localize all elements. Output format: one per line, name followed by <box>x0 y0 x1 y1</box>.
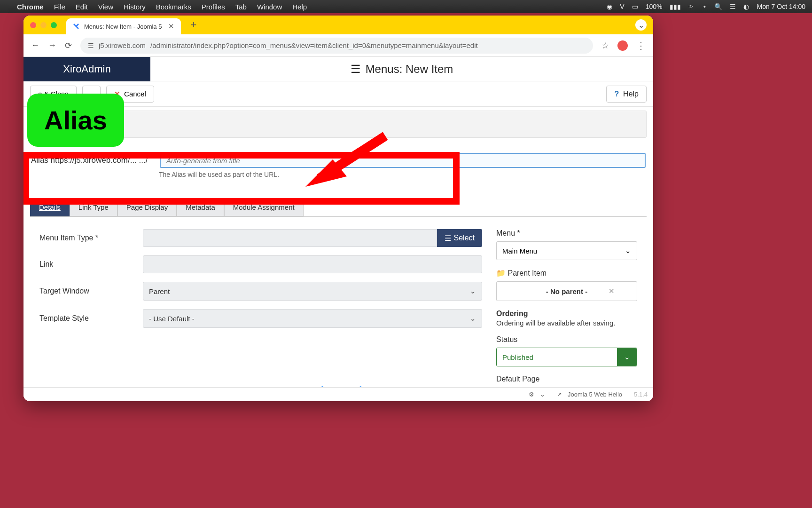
tab-close-icon[interactable]: ✕ <box>168 22 174 31</box>
reload-button[interactable]: ⟳ <box>65 40 72 51</box>
parent-item-label: 📁 Parent Item <box>496 269 637 278</box>
help-button[interactable]: ? Help <box>606 86 647 103</box>
battery-text: 100% <box>646 3 663 10</box>
tab-bar: Menus: New Item - Joomla 5 ✕ + ⌄ <box>23 16 653 34</box>
favicon-icon <box>73 23 80 30</box>
url-host: j5.xiroweb.com <box>99 41 146 49</box>
menu-select[interactable]: Main Menu⌄ <box>496 241 637 260</box>
clock[interactable]: Mon 7 Oct 14:00 <box>757 3 805 10</box>
menu-bookmarks[interactable]: Bookmarks <box>156 3 191 11</box>
folder-icon: 📁 <box>496 269 506 277</box>
window-minimize[interactable] <box>40 22 47 28</box>
chevron-down-icon[interactable]: ⌄ <box>540 391 545 398</box>
bt-icon[interactable]: ⋆ <box>703 3 707 10</box>
chrome-window: Menus: New Item - Joomla 5 ✕ + ⌄ ← → ⟳ ☰… <box>23 16 653 401</box>
default-page-label: Default Page <box>496 375 637 383</box>
macos-menubar: Chrome File Edit View History Bookmarks … <box>0 0 812 13</box>
menu-view[interactable]: View <box>98 3 113 11</box>
menu-history[interactable]: History <box>124 3 146 11</box>
control-center-icon[interactable]: ☰ <box>730 3 736 10</box>
list-icon: ☰ <box>445 234 451 243</box>
version-badge: 5.1.4 <box>634 391 648 398</box>
chevron-down-icon: ⌄ <box>625 246 631 255</box>
battery-icon: ▮▮▮ <box>670 3 681 10</box>
tab-title: Menus: New Item - Joomla 5 <box>84 23 162 30</box>
menu-profiles[interactable]: Profiles <box>202 3 225 11</box>
target-window-label: Target Window <box>39 287 143 295</box>
link-label: Link <box>39 260 143 269</box>
search-icon[interactable]: 🔍 <box>714 3 722 10</box>
template-style-select[interactable]: - Use Default -⌄ <box>143 309 482 328</box>
status-label: Status <box>496 335 637 344</box>
menu-edit[interactable]: Edit <box>76 3 88 11</box>
menu-item-type-field[interactable] <box>143 229 437 247</box>
menu-help[interactable]: Help <box>292 3 307 11</box>
forward-button[interactable]: → <box>48 40 56 50</box>
extension-icon[interactable] <box>617 40 628 51</box>
status-link[interactable]: Joomla 5 Web Hello <box>568 391 622 398</box>
menu-window[interactable]: Window <box>257 3 282 11</box>
status-select[interactable]: Published⌄ <box>496 348 637 366</box>
browser-tab[interactable]: Menus: New Item - Joomla 5 ✕ <box>66 18 181 34</box>
back-button[interactable]: ← <box>31 40 39 50</box>
ordering-note: Ordering will be available after saving. <box>496 319 637 327</box>
tab-overflow[interactable]: ⌄ <box>635 19 647 31</box>
external-link-icon[interactable]: ↗ <box>557 391 562 398</box>
display-icon[interactable]: ▭ <box>632 3 638 10</box>
chevron-down-icon: ⌄ <box>470 287 476 295</box>
siri-icon[interactable]: ◐ <box>743 3 749 10</box>
window-close[interactable] <box>30 22 36 28</box>
status-bar: ⚙⌄ ↗ Joomla 5 Web Hello 5.1.4 <box>23 387 653 401</box>
parent-item-select[interactable]: - No parent -✕ <box>496 281 637 301</box>
menubar-app[interactable]: Chrome <box>17 3 44 11</box>
ordering-label: Ordering <box>496 310 637 318</box>
v-icon[interactable]: V <box>620 3 624 10</box>
url-path: /administrator/index.php?option=com_menu… <box>150 41 478 49</box>
gear-icon[interactable]: ⚙ <box>529 391 534 398</box>
page-title: ☰ Menus: New Item <box>150 57 653 81</box>
arrow-icon <box>296 131 399 188</box>
url-bar: ← → ⟳ ☰ j5.xiroweb.com/administrator/ind… <box>23 34 653 57</box>
site-info-icon[interactable]: ☰ <box>88 42 94 49</box>
admin-brand[interactable]: XiroAdmin <box>23 57 150 81</box>
link-field[interactable] <box>143 255 482 273</box>
menu-item-type-select[interactable]: ☰Select <box>437 229 482 247</box>
list-icon: ☰ <box>351 63 361 76</box>
window-maximize[interactable] <box>51 22 57 28</box>
bookmark-icon[interactable]: ☆ <box>601 40 609 51</box>
template-style-label: Template Style <box>39 314 143 323</box>
menubar-right: ◉ V ▭ 100% ▮▮▮ ᯤ ⋆ 🔍 ☰ ◐ Mon 7 Oct 14:00 <box>607 3 805 10</box>
chevron-down-icon: ⌄ <box>617 348 637 366</box>
wifi-icon[interactable]: ᯤ <box>688 3 695 10</box>
target-window-select[interactable]: Parent⌄ <box>143 282 482 301</box>
menu-item-type-label: Menu Item Type * <box>39 234 143 242</box>
menu-tab[interactable]: Tab <box>235 3 247 11</box>
address-bar[interactable]: ☰ j5.xiroweb.com/administrator/index.php… <box>80 38 593 54</box>
menu-file[interactable]: File <box>54 3 65 11</box>
chevron-down-icon: ⌄ <box>470 314 476 323</box>
menu-label: Menu * <box>496 229 637 238</box>
alias-callout: Alias <box>27 94 124 147</box>
new-tab-button[interactable]: + <box>190 19 196 31</box>
chrome-menu-icon[interactable]: ⋮ <box>636 40 646 51</box>
record-icon[interactable]: ◉ <box>607 3 612 10</box>
clear-icon[interactable]: ✕ <box>609 287 615 295</box>
